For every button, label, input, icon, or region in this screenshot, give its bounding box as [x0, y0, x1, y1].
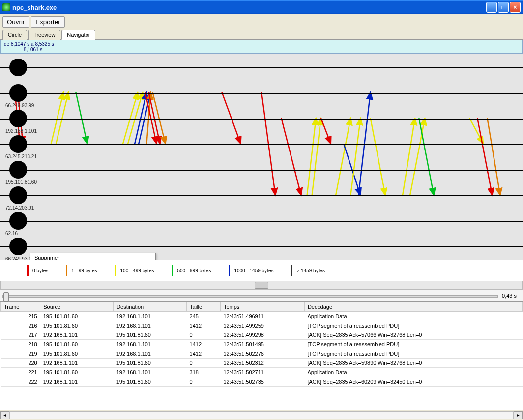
cell-time: 12:43:51.501495 [220, 340, 304, 349]
host-node-icon[interactable] [9, 135, 27, 153]
view-tabs: Circle Treeview Navigator [0, 30, 523, 40]
cell-source: 195.101.81.60 [40, 349, 114, 359]
cell-time: 12:43:51.502312 [220, 359, 304, 368]
cell-frame: 216 [1, 321, 40, 330]
legend-item: > 1459 bytes [291, 265, 325, 276]
open-button[interactable]: Ouvrir [2, 16, 29, 28]
legend-swatch [172, 265, 173, 276]
legend-item: 1 - 99 bytes [66, 265, 97, 276]
host-row[interactable] [0, 54, 523, 79]
table-row[interactable]: 221195.101.81.60192.168.1.10131812:43:51… [1, 368, 523, 377]
context-menu: Supprimer Changer l'icone Choisir l'hote… [30, 253, 156, 260]
host-node-icon[interactable] [9, 110, 27, 127]
time-slider[interactable] [2, 291, 498, 300]
legend-swatch [291, 265, 292, 276]
cell-source: 195.101.81.60 [40, 368, 114, 377]
tab-circle[interactable]: Circle [2, 30, 27, 40]
maximize-button[interactable]: □ [498, 2, 509, 13]
host-line [0, 119, 523, 120]
host-row[interactable]: 62.16 [0, 207, 523, 233]
cell-source: 195.101.81.60 [40, 321, 114, 330]
host-node-icon[interactable] [9, 59, 27, 76]
legend-label: 1 - 99 bytes [71, 268, 97, 273]
host-row[interactable]: 66.249.93.99 [0, 79, 523, 105]
host-node-icon[interactable] [9, 212, 27, 230]
cell-dest: 195.101.81.60 [114, 359, 187, 368]
col-source[interactable]: Source [40, 302, 114, 312]
tab-navigator[interactable]: Navigator [61, 30, 95, 40]
host-line [0, 144, 523, 145]
sequence-diagram[interactable]: Supprimer Changer l'icone Choisir l'hote… [0, 54, 523, 260]
cell-size: 0 [187, 377, 221, 387]
col-frame[interactable]: Trame [1, 302, 40, 312]
cell-decode: [ACK] Seq=2835 Ack=59890 Win=32768 Len=0 [304, 359, 522, 368]
titlebar[interactable]: npc_shark.exe _ □ × [0, 0, 523, 14]
tab-treeview[interactable]: Treeview [28, 30, 60, 40]
cell-frame: 218 [1, 340, 40, 349]
cell-size: 318 [187, 368, 221, 377]
table-row[interactable]: 220192.168.1.101195.101.81.60012:43:51.5… [1, 359, 523, 368]
cell-size: 0 [187, 359, 221, 368]
host-node-icon[interactable] [9, 84, 27, 102]
host-node-icon[interactable] [9, 161, 27, 179]
host-row[interactable]: 63.245.213.21 [0, 130, 523, 156]
table-row[interactable]: 222192.168.1.101195.101.81.60012:43:51.5… [1, 377, 523, 387]
cell-frame: 221 [1, 368, 40, 377]
minimize-button[interactable]: _ [486, 2, 497, 13]
time-slider-row: 0,43 s [0, 290, 523, 301]
host-node-icon[interactable] [9, 238, 27, 255]
legend-swatch [115, 265, 116, 276]
cell-decode: [TCP segment of a reassembled PDU] [304, 349, 522, 359]
export-button[interactable]: Exporter [31, 16, 64, 28]
table-row[interactable]: 219195.101.81.60192.168.1.101141212:43:5… [1, 349, 523, 359]
slider-value: 0,43 s [498, 293, 521, 299]
cell-decode: [ACK] Seq=2835 Ack=60209 Win=32450 Len=0 [304, 377, 522, 387]
menu-delete[interactable]: Supprimer [30, 253, 155, 260]
cell-source: 192.168.1.101 [40, 330, 114, 340]
cell-frame: 217 [1, 330, 40, 340]
legend-label: 0 bytes [32, 268, 48, 273]
host-row[interactable]: 195.101.81.60 [0, 156, 523, 181]
status-scroll-track[interactable] [9, 411, 514, 419]
cell-decode: [ACK] Seq=2835 Ack=57066 Win=32768 Len=0 [304, 330, 522, 340]
table-row[interactable]: 217192.168.1.101195.101.81.60012:43:51.4… [1, 330, 523, 340]
legend-swatch [229, 265, 230, 276]
col-size[interactable]: Taille [187, 302, 221, 312]
table-row[interactable]: 215195.101.81.60192.168.1.10124512:43:51… [1, 312, 523, 321]
cell-dest: 192.168.1.101 [114, 340, 187, 349]
scroll-right-button[interactable]: ► [514, 411, 523, 419]
cell-decode: [TCP segment of a reassembled PDU] [304, 340, 522, 349]
slider-thumb[interactable] [3, 292, 9, 302]
host-node-icon[interactable] [9, 186, 27, 204]
host-line [0, 195, 523, 196]
legend-label: 1000 - 1459 bytes [234, 268, 273, 273]
cell-size: 1412 [187, 321, 221, 330]
time-value-text: 8,1061 s [4, 47, 42, 52]
legend-label: 100 - 499 bytes [120, 268, 154, 273]
scrollbar-thumb[interactable] [255, 282, 268, 289]
col-time[interactable]: Temps [220, 302, 304, 312]
close-button[interactable]: × [510, 2, 521, 13]
scroll-left-button[interactable]: ◄ [0, 411, 9, 419]
col-decode[interactable]: Decodage [304, 302, 522, 312]
table-row[interactable]: 218195.101.81.60192.168.1.101141212:43:5… [1, 340, 523, 349]
host-line [0, 93, 523, 94]
host-line [0, 67, 523, 68]
cell-time: 12:43:51.502711 [220, 368, 304, 377]
time-range-bar: de 8,1047 s a 8,5325 s 8,1061 s [0, 40, 523, 54]
packet-table[interactable]: Trame Source Destination Taille Temps De… [0, 301, 523, 410]
cell-source: 192.168.1.101 [40, 377, 114, 387]
table-row[interactable]: 216195.101.81.60192.168.1.101141212:43:5… [1, 321, 523, 330]
legend-item: 1000 - 1459 bytes [229, 265, 273, 276]
cell-dest: 192.168.1.101 [114, 368, 187, 377]
cell-frame: 220 [1, 359, 40, 368]
horizontal-scrollbar[interactable] [0, 281, 523, 290]
cell-size: 0 [187, 330, 221, 340]
host-row[interactable]: 192.168.1.101 [0, 105, 523, 130]
cell-dest: 192.168.1.101 [114, 312, 187, 321]
host-row[interactable]: 72.14.203.91 [0, 181, 523, 207]
legend-item: 0 bytes [27, 265, 48, 276]
legend-item: 100 - 499 bytes [115, 265, 154, 276]
cell-size: 245 [187, 312, 221, 321]
col-dest[interactable]: Destination [114, 302, 187, 312]
